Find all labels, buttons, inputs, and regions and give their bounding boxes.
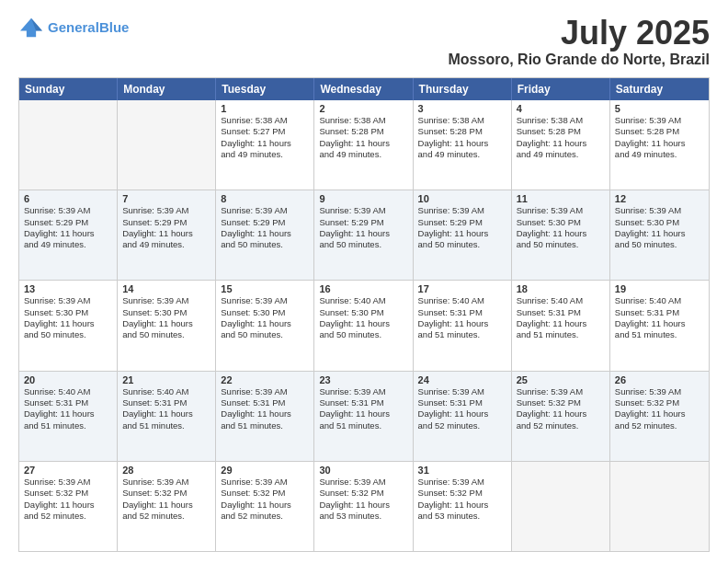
day-22: 22Sunrise: 5:39 AMSunset: 5:31 PMDayligh…	[216, 372, 314, 461]
day-number: 5	[615, 103, 704, 114]
cell-line: Daylight: 11 hours	[319, 408, 407, 419]
cell-line: Sunrise: 5:40 AM	[122, 386, 210, 397]
cell-line: and 50 minutes.	[221, 329, 309, 340]
cell-line: Sunrise: 5:38 AM	[517, 115, 605, 126]
calendar-row-5: 27Sunrise: 5:39 AMSunset: 5:32 PMDayligh…	[19, 461, 709, 551]
day-number: 29	[221, 465, 309, 476]
cell-line: Sunset: 5:29 PM	[122, 217, 210, 228]
cell-line: Sunrise: 5:39 AM	[418, 205, 506, 216]
day-number: 28	[122, 465, 210, 476]
cell-line: Sunset: 5:28 PM	[418, 126, 506, 137]
cell-line: and 50 minutes.	[418, 239, 506, 250]
cell-line: Daylight: 11 hours	[122, 408, 210, 419]
cell-line: Sunrise: 5:38 AM	[319, 115, 407, 126]
cell-line: Daylight: 11 hours	[122, 318, 210, 329]
cell-line: Daylight: 11 hours	[615, 408, 704, 419]
header-thursday: Thursday	[414, 78, 512, 100]
day-16: 16Sunrise: 5:40 AMSunset: 5:30 PMDayligh…	[314, 281, 413, 370]
day-21: 21Sunrise: 5:40 AMSunset: 5:31 PMDayligh…	[118, 372, 216, 461]
cell-line: Sunset: 5:31 PM	[418, 397, 506, 408]
day-14: 14Sunrise: 5:39 AMSunset: 5:30 PMDayligh…	[118, 281, 216, 370]
cell-line: Daylight: 11 hours	[418, 138, 506, 149]
day-25: 25Sunrise: 5:39 AMSunset: 5:32 PMDayligh…	[512, 372, 610, 461]
day-number: 14	[122, 283, 210, 294]
cell-line: Sunset: 5:31 PM	[615, 307, 704, 318]
cell-line: Sunrise: 5:39 AM	[615, 386, 704, 397]
day-12: 12Sunrise: 5:39 AMSunset: 5:30 PMDayligh…	[610, 190, 709, 280]
day-number: 12	[615, 193, 704, 204]
cell-line: Sunrise: 5:40 AM	[418, 295, 506, 306]
day-number: 27	[24, 465, 112, 476]
calendar-row-1: 1Sunrise: 5:38 AMSunset: 5:27 PMDaylight…	[19, 100, 709, 190]
cell-line: and 53 minutes.	[418, 511, 506, 522]
logo-text: GeneralBlue	[48, 20, 129, 36]
cell-line: Sunset: 5:31 PM	[418, 307, 506, 318]
day-number: 1	[221, 103, 309, 114]
cell-line: Sunset: 5:30 PM	[221, 307, 309, 318]
empty-cell	[118, 100, 216, 190]
header-sunday: Sunday	[19, 78, 118, 100]
day-1: 1Sunrise: 5:38 AMSunset: 5:27 PMDaylight…	[216, 100, 314, 190]
day-number: 31	[418, 465, 506, 476]
cell-line: Daylight: 11 hours	[319, 318, 407, 329]
cell-line: Daylight: 11 hours	[24, 228, 112, 239]
cell-line: Sunrise: 5:39 AM	[221, 477, 309, 488]
cell-line: Sunrise: 5:39 AM	[517, 386, 605, 397]
page: GeneralBlue July 2025 Mossoro, Rio Grand…	[0, 0, 728, 563]
cell-line: and 51 minutes.	[221, 420, 309, 431]
day-number: 10	[418, 193, 506, 204]
header-friday: Friday	[512, 78, 610, 100]
cell-line: and 50 minutes.	[319, 239, 407, 250]
cell-line: and 52 minutes.	[221, 511, 309, 522]
empty-cell	[19, 100, 118, 190]
day-30: 30Sunrise: 5:39 AMSunset: 5:32 PMDayligh…	[314, 462, 413, 551]
calendar-row-3: 13Sunrise: 5:39 AMSunset: 5:30 PMDayligh…	[19, 280, 709, 370]
cell-line: Sunrise: 5:40 AM	[517, 295, 605, 306]
logo-icon	[18, 17, 44, 39]
cell-line: Sunrise: 5:39 AM	[122, 477, 210, 488]
cell-line: Sunrise: 5:40 AM	[615, 295, 704, 306]
cell-line: Sunset: 5:31 PM	[319, 397, 407, 408]
cell-line: Daylight: 11 hours	[615, 318, 704, 329]
day-24: 24Sunrise: 5:39 AMSunset: 5:31 PMDayligh…	[414, 372, 512, 461]
cell-line: Daylight: 11 hours	[24, 500, 112, 511]
day-20: 20Sunrise: 5:40 AMSunset: 5:31 PMDayligh…	[19, 372, 118, 461]
cell-line: and 50 minutes.	[221, 239, 309, 250]
cell-line: and 52 minutes.	[24, 511, 112, 522]
day-number: 22	[221, 374, 309, 385]
cell-line: Sunset: 5:32 PM	[24, 488, 112, 499]
cell-line: Sunset: 5:30 PM	[319, 307, 407, 318]
cell-line: Sunset: 5:29 PM	[319, 217, 407, 228]
cell-line: Sunset: 5:32 PM	[615, 397, 704, 408]
cell-line: Sunrise: 5:39 AM	[517, 205, 605, 216]
cell-line: Sunrise: 5:38 AM	[221, 115, 309, 126]
cell-line: and 52 minutes.	[122, 511, 210, 522]
day-number: 23	[319, 374, 407, 385]
header-tuesday: Tuesday	[216, 78, 314, 100]
day-number: 15	[221, 283, 309, 294]
cell-line: Sunrise: 5:39 AM	[122, 295, 210, 306]
cell-line: Sunset: 5:31 PM	[122, 397, 210, 408]
day-number: 26	[615, 374, 704, 385]
cell-line: Daylight: 11 hours	[517, 228, 605, 239]
day-9: 9Sunrise: 5:39 AMSunset: 5:29 PMDaylight…	[314, 190, 413, 280]
cell-line: Daylight: 11 hours	[517, 408, 605, 419]
day-number: 24	[418, 374, 506, 385]
calendar-row-2: 6Sunrise: 5:39 AMSunset: 5:29 PMDaylight…	[19, 190, 709, 280]
cell-line: Daylight: 11 hours	[615, 228, 704, 239]
cell-line: and 50 minutes.	[24, 329, 112, 340]
cell-line: Daylight: 11 hours	[319, 228, 407, 239]
empty-cell	[512, 462, 610, 551]
day-23: 23Sunrise: 5:39 AMSunset: 5:31 PMDayligh…	[314, 372, 413, 461]
cell-line: Sunrise: 5:39 AM	[24, 205, 112, 216]
header: GeneralBlue July 2025 Mossoro, Rio Grand…	[18, 17, 710, 68]
cell-line: Sunset: 5:28 PM	[517, 126, 605, 137]
day-number: 3	[418, 103, 506, 114]
cell-line: Sunrise: 5:39 AM	[319, 386, 407, 397]
day-number: 13	[24, 283, 112, 294]
cell-line: Sunset: 5:29 PM	[418, 217, 506, 228]
day-29: 29Sunrise: 5:39 AMSunset: 5:32 PMDayligh…	[216, 462, 314, 551]
cell-line: Sunset: 5:27 PM	[221, 126, 309, 137]
day-number: 9	[319, 193, 407, 204]
day-number: 7	[122, 193, 210, 204]
